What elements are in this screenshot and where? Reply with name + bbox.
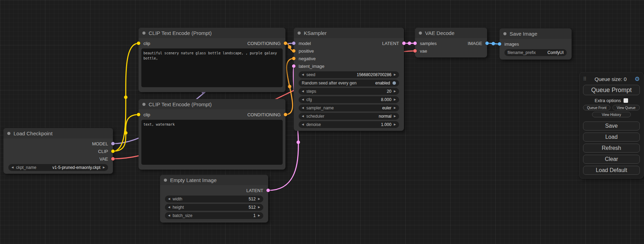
node-title: Save Image xyxy=(510,31,537,37)
link-midpoint-dot xyxy=(288,85,291,88)
images-input-slot[interactable] xyxy=(498,42,501,46)
view-queue-button[interactable]: View Queue xyxy=(612,105,640,110)
node-empty-latent-image[interactable]: Empty Latent Image LATENT ◀ width 512 ▶ … xyxy=(160,175,268,223)
increment-arrow-icon[interactable]: ▶ xyxy=(103,166,105,169)
conditioning-output-slot[interactable] xyxy=(284,42,287,45)
latent-output-slot[interactable] xyxy=(266,189,270,192)
node-title: CLIP Text Encode (Prompt) xyxy=(149,30,212,36)
image-output-slot[interactable] xyxy=(485,42,489,45)
toggle-indicator-icon[interactable] xyxy=(392,81,396,85)
widget-value: 512 xyxy=(249,205,256,210)
node-title-bar[interactable]: Save Image xyxy=(500,28,572,39)
collapse-dot-icon[interactable] xyxy=(7,132,10,135)
node-title-bar[interactable]: KSampler xyxy=(294,28,404,38)
node-body: MODEL CLIP VAE ◀ ckpt_name v1-5-pruned-e… xyxy=(3,138,113,174)
ckpt-name-widget[interactable]: ◀ ckpt_name v1-5-pruned-emaonly.ckpt ▶ xyxy=(8,164,108,171)
load-button[interactable]: Load xyxy=(583,133,640,142)
node-title-bar[interactable]: CLIP Text Encode (Prompt) xyxy=(139,99,285,109)
scheduler-widget[interactable]: ◀ scheduler normal ▶ xyxy=(299,113,399,120)
increment-arrow-icon[interactable]: ▶ xyxy=(258,198,260,200)
collapse-dot-icon[interactable] xyxy=(164,179,167,182)
collapse-dot-icon[interactable] xyxy=(142,103,145,106)
images-input-label: images xyxy=(504,42,519,47)
collapse-dot-icon[interactable] xyxy=(419,31,422,35)
increment-arrow-icon[interactable]: ▶ xyxy=(258,214,260,217)
load-default-button[interactable]: Load Default xyxy=(583,166,640,175)
negative-input-slot[interactable] xyxy=(292,57,295,60)
node-title-bar[interactable]: Load Checkpoint xyxy=(3,128,113,138)
prompt-textarea[interactable]: text, watermark xyxy=(141,120,283,165)
node-body: model LATENT positive negative latent_im… xyxy=(294,38,404,131)
node-title-bar[interactable]: VAE Decode xyxy=(415,28,487,38)
decrement-arrow-icon[interactable]: ◀ xyxy=(302,90,304,93)
seed-widget[interactable]: ◀ seed 156680208700286 ▶ xyxy=(299,71,399,78)
queue-prompt-button[interactable]: Queue Prompt xyxy=(583,85,640,95)
decrement-arrow-icon[interactable]: ◀ xyxy=(302,115,304,118)
drag-handle-icon[interactable]: ⠿ xyxy=(583,76,586,82)
node-title-bar[interactable]: CLIP Text Encode (Prompt) xyxy=(139,28,285,38)
decrement-arrow-icon[interactable]: ◀ xyxy=(302,98,304,101)
node-load-checkpoint[interactable]: Load Checkpoint MODEL CLIP VAE ◀ ckpt_na… xyxy=(3,128,113,174)
random-seed-toggle-widget[interactable]: Random seed after every gen enabled xyxy=(299,80,399,87)
queue-front-button[interactable]: Queue Front xyxy=(583,105,610,110)
clip-output-label: CLIP xyxy=(98,149,108,154)
decrement-arrow-icon[interactable]: ◀ xyxy=(168,206,170,209)
model-output-slot[interactable] xyxy=(111,142,115,145)
conditioning-output-label: CONDITIONING xyxy=(247,112,281,117)
sampler-name-widget[interactable]: ◀ sampler_name euler ▶ xyxy=(299,105,399,111)
node-title: CLIP Text Encode (Prompt) xyxy=(149,101,212,107)
width-widget[interactable]: ◀ width 512 ▶ xyxy=(165,196,263,202)
increment-arrow-icon[interactable]: ▶ xyxy=(394,73,396,76)
cfg-widget[interactable]: ◀ cfg 8.000 ▶ xyxy=(299,96,399,103)
widget-value: ComfyUI xyxy=(547,50,564,55)
vae-output-slot[interactable] xyxy=(111,157,115,161)
decrement-arrow-icon[interactable]: ◀ xyxy=(302,73,304,76)
clip-input-label: clip xyxy=(143,112,150,117)
filename-prefix-widget[interactable]: filename_prefix ComfyUI xyxy=(504,49,567,56)
settings-gear-icon[interactable]: ⚙ xyxy=(635,75,640,83)
model-input-slot[interactable] xyxy=(292,42,295,45)
model-input-label: model xyxy=(299,41,311,46)
samples-input-slot[interactable] xyxy=(413,42,417,45)
node-title-bar[interactable]: Empty Latent Image xyxy=(160,175,268,185)
node-graph-canvas[interactable]: Load Checkpoint MODEL CLIP VAE ◀ ckpt_na… xyxy=(0,0,644,244)
increment-arrow-icon[interactable]: ▶ xyxy=(394,107,396,109)
node-ksampler[interactable]: KSampler model LATENT positive negative … xyxy=(294,28,404,131)
clip-output-slot[interactable] xyxy=(111,150,115,153)
vae-input-slot[interactable] xyxy=(413,49,417,53)
node-clip-text-encode-positive[interactable]: CLIP Text Encode (Prompt) clip CONDITION… xyxy=(139,28,285,92)
decrement-arrow-icon[interactable]: ◀ xyxy=(302,107,304,109)
latent-output-slot[interactable] xyxy=(402,42,406,45)
collapse-dot-icon[interactable] xyxy=(503,32,506,35)
node-vae-decode[interactable]: VAE Decode samples IMAGE vae xyxy=(415,28,487,57)
denoise-widget[interactable]: ◀ denoise 1.000 ▶ xyxy=(299,121,399,128)
node-clip-text-encode-negative[interactable]: CLIP Text Encode (Prompt) clip CONDITION… xyxy=(139,99,285,170)
positive-input-slot[interactable] xyxy=(292,49,295,53)
increment-arrow-icon[interactable]: ▶ xyxy=(394,115,396,118)
collapse-dot-icon[interactable] xyxy=(142,31,145,35)
latent-image-input-slot[interactable] xyxy=(292,64,295,68)
increment-arrow-icon[interactable]: ▶ xyxy=(394,98,396,101)
decrement-arrow-icon[interactable]: ◀ xyxy=(168,214,170,217)
refresh-button[interactable]: Refresh xyxy=(583,144,640,153)
clear-button[interactable]: Clear xyxy=(583,155,640,164)
clip-input-slot[interactable] xyxy=(137,42,140,45)
save-button[interactable]: Save xyxy=(583,121,640,130)
node-save-image[interactable]: Save Image images filename_prefix ComfyU… xyxy=(500,28,572,60)
clip-input-slot[interactable] xyxy=(137,113,140,116)
steps-widget[interactable]: ◀ steps 20 ▶ xyxy=(299,88,399,95)
increment-arrow-icon[interactable]: ▶ xyxy=(258,206,260,209)
decrement-arrow-icon[interactable]: ◀ xyxy=(302,123,304,126)
batch-size-widget[interactable]: ◀ batch_size 1 ▶ xyxy=(165,212,263,219)
increment-arrow-icon[interactable]: ▶ xyxy=(394,90,396,93)
decrement-arrow-icon[interactable]: ◀ xyxy=(168,198,170,200)
decrement-arrow-icon[interactable]: ◀ xyxy=(11,166,14,169)
collapse-dot-icon[interactable] xyxy=(298,31,301,35)
slot-row: images xyxy=(500,40,572,48)
view-history-button[interactable]: View History xyxy=(592,112,631,117)
extra-options-checkbox[interactable] xyxy=(624,98,628,103)
height-widget[interactable]: ◀ height 512 ▶ xyxy=(165,204,263,211)
conditioning-output-slot[interactable] xyxy=(284,113,287,116)
increment-arrow-icon[interactable]: ▶ xyxy=(394,123,396,126)
prompt-textarea[interactable]: beautiful scenery nature glass bottle la… xyxy=(141,48,283,87)
